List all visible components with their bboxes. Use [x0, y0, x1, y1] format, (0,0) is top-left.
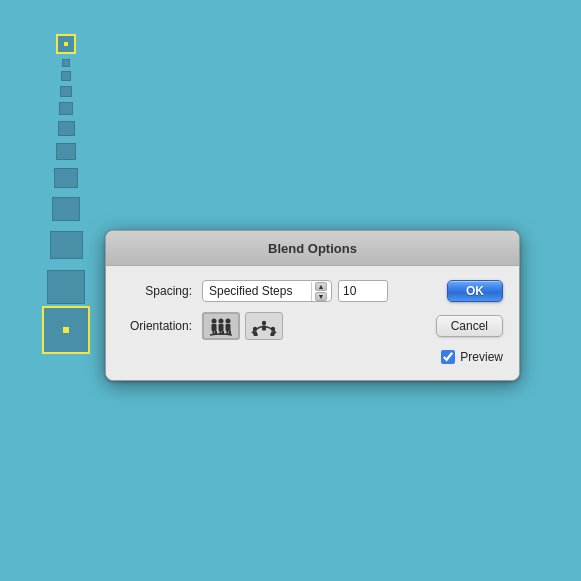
blend-shape: [59, 102, 73, 115]
preview-row: Preview: [122, 350, 503, 364]
blend-shape: [54, 168, 78, 188]
spacing-label: Spacing:: [122, 284, 202, 298]
dialog-titlebar: Blend Options: [106, 231, 519, 266]
svg-point-0: [212, 319, 217, 324]
spinner-up[interactable]: ▲: [315, 282, 327, 291]
blend-shape: [61, 71, 71, 81]
blend-shape: [62, 59, 70, 67]
blend-shape: [50, 231, 83, 259]
spinner-down[interactable]: ▼: [315, 292, 327, 301]
blend-anchor-top: [57, 35, 75, 53]
dialog-title: Blend Options: [268, 241, 357, 256]
orientation-label: Orientation:: [122, 319, 202, 333]
svg-rect-5: [219, 324, 224, 331]
blend-anchor-bottom: [42, 306, 90, 354]
orientation-page-button[interactable]: [202, 312, 240, 340]
blend-shape: [52, 197, 80, 221]
spacing-row: Spacing: Specified Steps ▲ ▼ OK: [122, 280, 503, 302]
orientation-path-icon: [250, 316, 278, 336]
svg-point-4: [219, 319, 224, 324]
orientation-row: Orientation:: [122, 312, 503, 340]
spinner-buttons: ▲ ▼: [311, 282, 327, 301]
blend-options-dialog: Blend Options Spacing: Specified Steps ▲…: [105, 230, 520, 381]
dialog-body: Spacing: Specified Steps ▲ ▼ OK Orientat…: [106, 266, 519, 380]
preview-label: Preview: [460, 350, 503, 364]
cancel-button[interactable]: Cancel: [436, 315, 503, 337]
steps-input[interactable]: [338, 280, 388, 302]
spacing-dropdown[interactable]: Specified Steps ▲ ▼: [202, 280, 332, 302]
svg-point-8: [226, 319, 231, 324]
svg-rect-1: [212, 324, 217, 331]
spacing-dropdown-value: Specified Steps: [207, 284, 307, 298]
preview-checkbox[interactable]: [441, 350, 455, 364]
orientation-path-button[interactable]: [245, 312, 283, 340]
blend-shapes-middle: [47, 55, 85, 304]
blend-shape: [56, 143, 76, 160]
blend-column: [42, 35, 90, 354]
blend-shape: [47, 270, 85, 304]
blend-shape: [60, 86, 72, 97]
ok-button[interactable]: OK: [447, 280, 503, 302]
orientation-page-icon: [207, 316, 235, 336]
canvas: Blend Options Spacing: Specified Steps ▲…: [0, 0, 581, 581]
action-buttons: OK: [447, 280, 503, 302]
svg-rect-9: [226, 324, 231, 331]
svg-point-14: [262, 321, 266, 325]
blend-shape: [58, 121, 75, 136]
